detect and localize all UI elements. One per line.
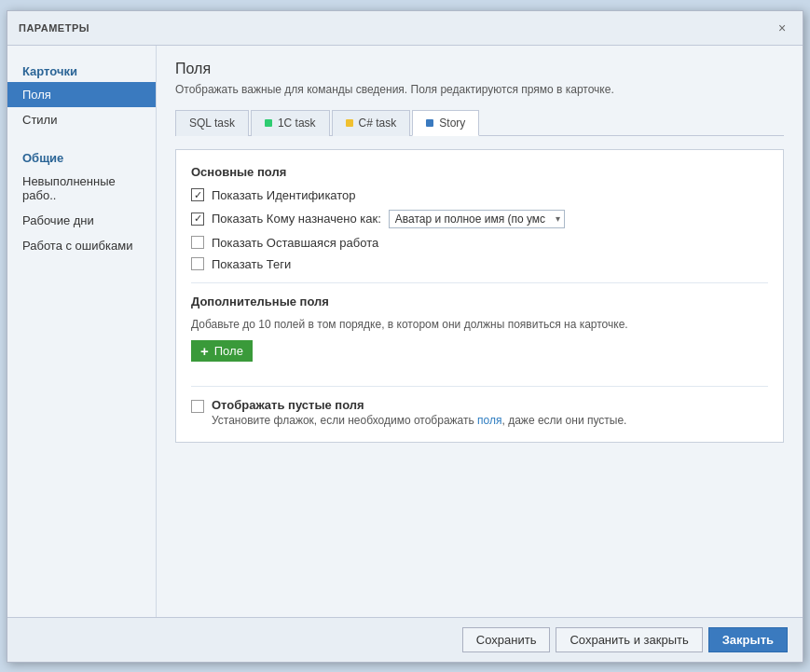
sidebar-item-fields[interactable]: Поля — [7, 82, 156, 107]
checkbox-show-assignee[interactable] — [191, 213, 204, 226]
checkbox-show-tags[interactable] — [191, 257, 204, 270]
main-content: Поля Отображать важные для команды сведе… — [157, 46, 803, 617]
divider-1 — [191, 282, 768, 283]
empty-fields-row: Отображать пустые поля Установите флажок… — [191, 398, 768, 427]
desc-link-fields[interactable]: поля — [477, 414, 501, 427]
close-icon[interactable]: × — [773, 19, 791, 37]
tab-bar: SQL task 1C task C# task Story — [175, 109, 784, 136]
checkbox-show-id[interactable] — [191, 188, 204, 201]
sidebar-section-cards: Карточки — [7, 57, 156, 82]
assignee-display-dropdown[interactable]: Аватар и полное имя (по умс — [389, 210, 565, 228]
csharp-tab-indicator — [346, 119, 353, 127]
dialog-body: Карточки Поля Стили Общие Невыполненные … — [7, 46, 803, 617]
empty-fields-desc: Установите флажок, если необходимо отобр… — [212, 414, 626, 427]
1c-tab-label: 1C task — [278, 117, 316, 130]
desc-part2: , даже если они пустые. — [502, 414, 627, 427]
titlebar: ПАРАМЕТРЫ × — [7, 11, 803, 46]
close-button[interactable]: Закрыть — [708, 627, 788, 652]
checkbox-show-remaining[interactable] — [191, 236, 204, 249]
field-row-show-remaining: Показать Оставшаяся работа — [191, 236, 768, 250]
dialog-title: ПАРАМЕТРЫ — [19, 22, 89, 34]
field-row-show-tags: Показать Теги — [191, 257, 768, 271]
add-field-label: Поле — [214, 344, 243, 358]
save-close-button[interactable]: Сохранить и закрыть — [556, 627, 702, 652]
story-tab-label: Story — [439, 117, 465, 130]
sidebar-item-incomplete[interactable]: Невыполненные рабо.. — [7, 169, 156, 208]
empty-fields-text: Отображать пустые поля Установите флажок… — [212, 398, 626, 427]
desc-part1: Установите флажок, если необходимо отобр… — [212, 414, 477, 427]
save-button[interactable]: Сохранить — [462, 627, 551, 652]
empty-fields-title: Отображать пустые поля — [212, 398, 626, 412]
plus-icon: + — [200, 344, 209, 358]
label-show-assignee: Показать Кому назначено как: — [212, 212, 381, 226]
1c-tab-indicator — [265, 119, 272, 127]
sidebar: Карточки Поля Стили Общие Невыполненные … — [7, 46, 157, 617]
add-field-button[interactable]: + Поле — [191, 340, 253, 362]
divider-2 — [191, 386, 768, 387]
checkbox-show-empty[interactable] — [191, 400, 204, 413]
sidebar-item-styles[interactable]: Стили — [7, 107, 156, 132]
sidebar-section-general: Общие — [7, 144, 156, 169]
section-description: Отображать важные для команды сведения. … — [175, 83, 784, 96]
label-show-id: Показать Идентификатор — [212, 188, 356, 202]
additional-fields-desc: Добавьте до 10 полей в том порядке, в ко… — [191, 318, 768, 331]
field-row-show-assignee: Показать Кому назначено как: Аватар и по… — [191, 210, 768, 228]
label-show-tags: Показать Теги — [212, 257, 291, 271]
label-show-remaining: Показать Оставшаяся работа — [212, 236, 378, 250]
field-row-show-id: Показать Идентификатор — [191, 188, 768, 202]
tab-csharp[interactable]: C# task — [332, 110, 411, 136]
sql-tab-label: SQL task — [189, 117, 235, 130]
fields-panel: Основные поля Показать Идентификатор Пок… — [175, 149, 784, 443]
sidebar-item-errors[interactable]: Работа с ошибками — [7, 233, 156, 258]
basic-fields-title: Основные поля — [191, 165, 768, 179]
dropdown-value: Аватар и полное имя (по умс — [395, 213, 545, 226]
csharp-tab-label: C# task — [359, 117, 397, 130]
dialog: ПАРАМЕТРЫ × Карточки Поля Стили Общие Не… — [7, 10, 803, 663]
story-tab-indicator — [426, 119, 433, 127]
tab-sql[interactable]: SQL task — [175, 110, 249, 136]
sidebar-item-workdays[interactable]: Рабочие дни — [7, 208, 156, 233]
tab-story[interactable]: Story — [412, 110, 479, 136]
additional-fields-title: Дополнительные поля — [191, 295, 768, 309]
page-title: Поля — [175, 61, 784, 77]
tab-1c[interactable]: 1C task — [251, 110, 330, 136]
dialog-footer: Сохранить Сохранить и закрыть Закрыть — [7, 617, 803, 662]
